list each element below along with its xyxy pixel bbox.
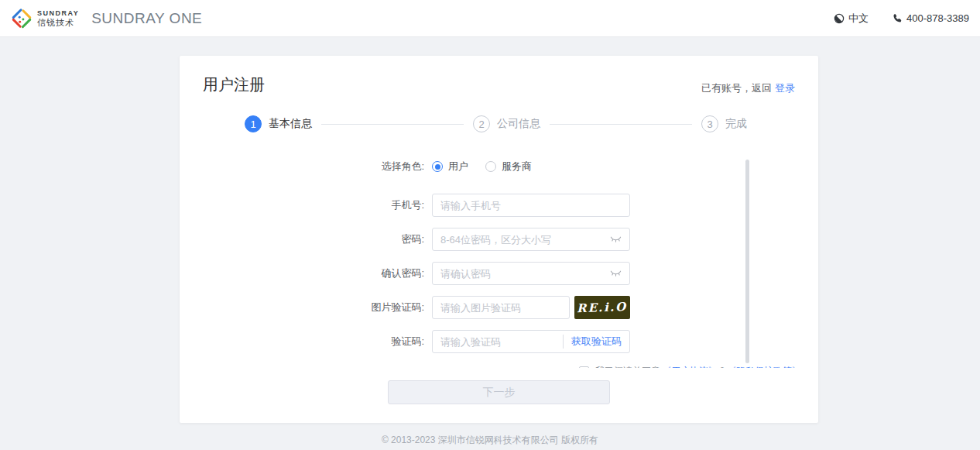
step-1-label: 基本信息 bbox=[269, 117, 312, 131]
phone-icon bbox=[893, 13, 903, 23]
brand-name-cn: 信锐技术 bbox=[37, 19, 79, 27]
product-name: SUNDRAY ONE bbox=[91, 10, 202, 27]
step-company-info: 2 公司信息 bbox=[473, 115, 540, 132]
role-radio-group: 用户 服务商 bbox=[432, 160, 549, 173]
step-connector-line bbox=[550, 124, 692, 125]
service-phone: 400-878-3389 bbox=[889, 12, 969, 24]
sms-code-input-box: 获取验证码 bbox=[432, 330, 630, 353]
sms-input-divider bbox=[563, 335, 564, 349]
password-input-box bbox=[432, 228, 630, 251]
brand-text: SUNDRAY 信锐技术 bbox=[37, 10, 79, 27]
radio-user-label: 用户 bbox=[448, 160, 468, 173]
password-field-label: 密码: bbox=[358, 232, 424, 246]
image-captcha-field-label: 图片验证码: bbox=[358, 301, 424, 314]
topbar-right: 中文 400-878-3389 bbox=[830, 12, 969, 26]
captcha-image[interactable]: RE.i.O bbox=[574, 296, 630, 319]
radio-provider-control[interactable] bbox=[485, 161, 496, 172]
radio-option-provider[interactable]: 服务商 bbox=[485, 160, 532, 173]
confirm-password-input[interactable] bbox=[440, 268, 605, 280]
copyright-footer: © 2013-2023 深圳市信锐网科技术有限公司 版权所有 bbox=[0, 434, 980, 447]
mobile-field-label: 手机号: bbox=[358, 198, 424, 212]
agreement-prefix-text: 我已阅读并同意 bbox=[595, 365, 660, 369]
brand-logo: SUNDRAY 信锐技术 SUNDRAY ONE bbox=[11, 8, 202, 29]
privacy-policy-link[interactable]: 《隐私保护政策》 bbox=[727, 365, 801, 369]
step-3-circle: 3 bbox=[701, 115, 718, 132]
form-scrollbar-thumb[interactable] bbox=[745, 160, 749, 363]
login-hint: 已有账号，返回登录 bbox=[701, 81, 795, 95]
language-switcher[interactable]: 中文 bbox=[830, 12, 869, 26]
card-header: 用户注册 已有账号，返回登录 bbox=[180, 56, 818, 95]
get-sms-code-button[interactable]: 获取验证码 bbox=[571, 335, 622, 349]
confirm-password-input-box bbox=[432, 262, 630, 285]
next-step-button[interactable]: 下一步 bbox=[388, 380, 610, 404]
image-captcha-input[interactable] bbox=[440, 302, 561, 314]
agreement-checkbox[interactable] bbox=[579, 366, 589, 369]
agreement-row: 我已阅读并同意 《用户协议》 & 《隐私保护政策》 bbox=[579, 364, 818, 368]
radio-provider-label: 服务商 bbox=[502, 160, 532, 173]
agreement-connector: & bbox=[719, 366, 725, 368]
step-basic-info: 1 基本信息 bbox=[245, 115, 312, 132]
step-connector-line bbox=[321, 124, 464, 125]
password-eye-closed-icon[interactable] bbox=[610, 235, 622, 243]
radio-option-user[interactable]: 用户 bbox=[432, 160, 468, 173]
brand-name-en: SUNDRAY bbox=[37, 10, 79, 17]
confirm-password-field-label: 确认密码: bbox=[358, 266, 424, 280]
step-2-circle: 2 bbox=[473, 115, 490, 132]
topbar: SUNDRAY 信锐技术 SUNDRAY ONE 中文 400-878-3389 bbox=[0, 0, 980, 37]
login-link[interactable]: 登录 bbox=[775, 82, 795, 94]
confirm-password-eye-closed-icon[interactable] bbox=[610, 270, 622, 277]
language-label: 中文 bbox=[848, 12, 869, 26]
user-agreement-link[interactable]: 《用户协议》 bbox=[662, 365, 718, 369]
login-prompt-text: 已有账号，返回 bbox=[701, 82, 772, 94]
mobile-input-box bbox=[432, 194, 630, 217]
page-title: 用户注册 bbox=[203, 74, 265, 95]
step-1-circle: 1 bbox=[245, 115, 262, 132]
step-done: 3 完成 bbox=[701, 115, 747, 132]
sundray-logo-icon bbox=[11, 8, 33, 29]
sms-code-input[interactable] bbox=[440, 336, 558, 348]
form-scroll-area: 选择角色: 用户 服务商 手机号: bbox=[180, 158, 818, 368]
image-captcha-input-box bbox=[432, 296, 570, 319]
password-input[interactable] bbox=[440, 234, 605, 246]
role-field-label: 选择角色: bbox=[358, 160, 424, 173]
radio-user-control[interactable] bbox=[432, 161, 443, 172]
phone-number: 400-878-3389 bbox=[906, 12, 969, 24]
captcha-image-text: RE.i.O bbox=[577, 300, 628, 315]
sms-code-field-label: 验证码: bbox=[358, 335, 424, 349]
register-card: 用户注册 已有账号，返回登录 1 基本信息 2 公司信息 3 完成 选择角色: bbox=[180, 56, 818, 423]
globe-icon bbox=[834, 13, 845, 24]
step-3-label: 完成 bbox=[725, 117, 747, 131]
step-2-label: 公司信息 bbox=[497, 117, 540, 131]
mobile-input[interactable] bbox=[440, 200, 622, 211]
step-indicator: 1 基本信息 2 公司信息 3 完成 bbox=[245, 115, 747, 132]
